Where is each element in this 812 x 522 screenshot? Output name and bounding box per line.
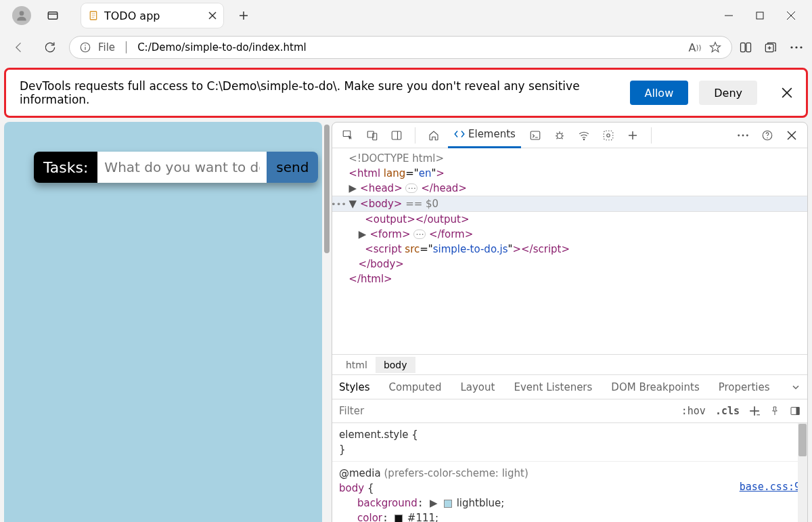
toggle-sidebar-icon[interactable] xyxy=(790,406,800,416)
task-input[interactable] xyxy=(97,152,267,183)
split-screen-icon[interactable] xyxy=(739,41,752,54)
profile-avatar[interactable] xyxy=(12,6,31,25)
inspect-icon[interactable] xyxy=(338,125,358,146)
svg-point-0 xyxy=(20,11,24,16)
deny-button[interactable]: Deny xyxy=(699,81,757,105)
svg-line-43 xyxy=(562,137,563,139)
minimize-button[interactable] xyxy=(713,0,744,31)
svg-point-26 xyxy=(800,46,802,48)
dom-breakpoints-tab[interactable]: DOM Breakpoints xyxy=(611,381,699,393)
styles-tab[interactable]: Styles xyxy=(339,381,370,393)
svg-marker-18 xyxy=(710,43,721,52)
styles-filter-bar: :hov .cls xyxy=(332,399,807,423)
sources-bug-icon[interactable] xyxy=(549,125,570,146)
expand-tabs-icon[interactable] xyxy=(791,383,800,392)
svg-line-40 xyxy=(556,133,558,134)
info-icon[interactable] xyxy=(79,41,91,53)
cls-toggle[interactable]: .cls xyxy=(715,405,740,417)
svg-rect-46 xyxy=(604,131,613,140)
performance-icon[interactable] xyxy=(598,125,618,146)
properties-tab[interactable]: Properties xyxy=(719,381,770,393)
svg-line-42 xyxy=(556,137,558,139)
device-toggle-icon[interactable] xyxy=(362,125,382,146)
close-window-button[interactable] xyxy=(775,0,807,31)
tab-title: TODO app xyxy=(104,9,160,22)
url-path: C:/Demo/simple-to-do/index.html xyxy=(137,41,307,53)
address-row: File │ C:/Demo/simple-to-do/index.html A… xyxy=(0,31,812,64)
crumb-body[interactable]: body xyxy=(376,357,415,373)
read-aloud-icon[interactable]: A)) xyxy=(688,41,702,54)
crumb-html[interactable]: html xyxy=(338,357,376,373)
close-devtools-icon[interactable] xyxy=(782,125,802,146)
devtools-more-icon[interactable] xyxy=(733,125,753,146)
element-style-rule[interactable]: element.style { } xyxy=(332,423,807,462)
url-separator: │ xyxy=(123,41,129,53)
refresh-button[interactable] xyxy=(38,35,62,60)
help-icon[interactable] xyxy=(757,125,777,146)
source-link[interactable]: base.css:9 xyxy=(740,479,800,494)
elements-tab[interactable]: Elements xyxy=(448,123,521,148)
notepad-icon xyxy=(88,10,99,21)
collections-icon[interactable] xyxy=(763,41,777,54)
devtools-toolbar: Elements xyxy=(332,123,807,148)
send-button[interactable]: send xyxy=(267,152,318,183)
console-icon[interactable] xyxy=(525,125,545,146)
svg-rect-32 xyxy=(392,131,401,139)
svg-point-24 xyxy=(790,46,792,48)
dom-tree[interactable]: <!DOCTYPE html> <html lang="en"> ▶ <head… xyxy=(332,148,807,354)
styles-scrollbar[interactable] xyxy=(798,423,807,522)
svg-point-17 xyxy=(85,45,86,46)
devtools-access-infobar: DevTools requests full access to C:\Demo… xyxy=(4,68,808,118)
devtools-panel: Elements xyxy=(332,122,808,522)
close-infobar-button[interactable] xyxy=(782,87,792,98)
elements-tab-label: Elements xyxy=(468,128,516,140)
svg-rect-20 xyxy=(746,43,751,51)
close-tab-button[interactable] xyxy=(208,12,217,20)
svg-point-50 xyxy=(742,134,744,136)
layout-tab[interactable]: Layout xyxy=(460,381,495,393)
dock-side-icon[interactable] xyxy=(386,125,407,146)
event-listeners-tab[interactable]: Event Listeners xyxy=(514,381,592,393)
dom-breadcrumb[interactable]: html body xyxy=(332,354,807,374)
doctype: <!DOCTYPE html> xyxy=(348,152,444,165)
svg-point-44 xyxy=(583,139,585,140)
todo-form: Tasks: send xyxy=(34,152,318,183)
back-button[interactable] xyxy=(7,35,31,60)
new-tab-button[interactable] xyxy=(231,3,256,28)
styles-tabs: Styles Computed Layout Event Listeners D… xyxy=(332,374,807,399)
svg-rect-61 xyxy=(796,408,799,415)
network-icon[interactable] xyxy=(574,125,594,146)
maximize-button[interactable] xyxy=(744,0,775,31)
svg-point-25 xyxy=(795,46,797,48)
svg-rect-19 xyxy=(741,43,746,51)
allow-button[interactable]: Allow xyxy=(630,81,689,105)
styles-filter-input[interactable] xyxy=(339,405,672,417)
split-handle[interactable] xyxy=(322,122,332,522)
svg-point-53 xyxy=(767,137,768,139)
address-bar[interactable]: File │ C:/Demo/simple-to-do/index.html A… xyxy=(69,36,732,59)
page-viewport: Tasks: send xyxy=(4,122,322,522)
svg-rect-34 xyxy=(531,131,540,139)
welcome-icon[interactable] xyxy=(424,125,444,146)
hov-toggle[interactable]: :hov xyxy=(681,405,706,417)
svg-point-49 xyxy=(738,134,740,136)
svg-rect-1 xyxy=(48,12,58,20)
url-scheme: File xyxy=(98,41,115,53)
svg-rect-12 xyxy=(757,12,763,19)
svg-point-36 xyxy=(557,133,562,139)
pin-icon[interactable] xyxy=(769,406,780,416)
new-rule-icon[interactable] xyxy=(749,406,760,416)
svg-rect-29 xyxy=(343,131,351,136)
svg-point-51 xyxy=(746,134,748,136)
svg-point-45 xyxy=(607,133,610,137)
favorite-icon[interactable] xyxy=(708,41,722,54)
browser-tab[interactable]: TODO app xyxy=(81,3,223,28)
computed-tab[interactable]: Computed xyxy=(389,381,442,393)
more-tabs-icon[interactable] xyxy=(623,125,643,146)
browser-titlebar: TODO app xyxy=(0,0,812,31)
media-rule[interactable]: @media (prefers-color-scheme: light) bod… xyxy=(332,462,807,522)
svg-rect-31 xyxy=(373,133,377,140)
tab-actions-icon[interactable] xyxy=(43,6,62,25)
svg-line-41 xyxy=(562,133,563,134)
more-icon[interactable] xyxy=(788,41,805,54)
